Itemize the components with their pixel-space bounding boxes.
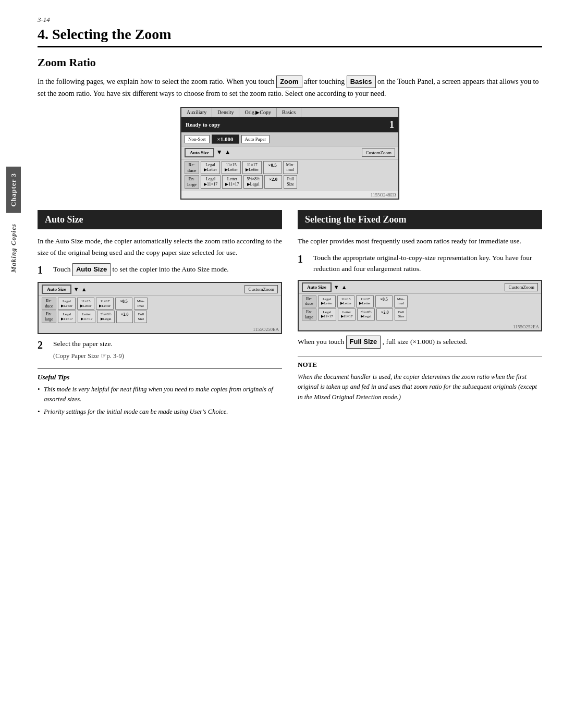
sp2-reduce-row: Re-duce Legal▶Letter 11×15▶Letter 11×17▶… [302, 295, 538, 307]
intro-paragraph: In the following pages, we explain how t… [38, 76, 542, 100]
panel-tab-auxiliary[interactable]: Auxiliary [181, 108, 212, 117]
sp2-down[interactable]: ▼ [334, 284, 339, 290]
reduce-legal-letter[interactable]: Legal▶Letter [201, 161, 220, 175]
enlarge-legal-11x17[interactable]: Legal▶11×17 [201, 175, 221, 189]
sp2-row2: Auto Size ▼ ▲ CustomZoom [299, 281, 541, 294]
sp1-legal-11x17[interactable]: Legal▶11×17 [58, 311, 76, 323]
enlarge-5half-legal[interactable]: 5½×8½▶Legal [243, 175, 263, 189]
sp1-5half-legal[interactable]: 5½×8½▶Legal [97, 311, 114, 323]
zoom-inline-button[interactable]: Zoom [276, 76, 302, 88]
reduce-minimal[interactable]: Min-imal [283, 161, 298, 175]
sp1-legal-letter[interactable]: Legal▶Letter [58, 298, 76, 310]
useful-tips-title: Useful Tips [38, 373, 282, 381]
panel-customzoom-btn[interactable]: CustomZoom [362, 149, 395, 157]
sp2-autosize[interactable]: Auto Size [302, 282, 332, 292]
intro-text-before: In the following pages, we explain how t… [38, 78, 275, 85]
reduce-x05[interactable]: ×0.5 [263, 161, 281, 175]
panel-autosize-btn[interactable]: Auto Size [185, 148, 214, 157]
panel-controls-row: Non-Sort ×1.000 Auto Paper [181, 132, 398, 146]
panel-tab-basics[interactable]: Basics [277, 108, 301, 117]
sp2-enlarge-row: En-large Legal▶11×17 Letter▶11×17 5½×8½▶… [302, 309, 538, 320]
sp1-x05[interactable]: ×0.5 [115, 298, 132, 310]
sp2-11x15-letter[interactable]: 11×15▶Letter [337, 295, 355, 307]
enlarge-row: En-large Legal▶11×17 Letter▶11×17 5½×8½▶… [185, 175, 395, 189]
main-panel-id: 1155O248EB [181, 191, 398, 199]
sidebar-chapter-label: Chapter 3 [6, 167, 21, 213]
full-size-btn[interactable]: Full Size [346, 336, 381, 349]
sp1-up[interactable]: ▲ [81, 286, 87, 292]
step2-content: Select the paper size. (Copy Paper Size … [53, 338, 124, 361]
sp1-customzoom[interactable]: CustomZoom [244, 285, 278, 293]
main-content: 3-14 4. Selecting the Zoom Zoom Ratio In… [27, 0, 563, 728]
full-size-suffix: , full size (×1.000) is selected. [383, 338, 468, 346]
sp2-minimal[interactable]: Min-imal [394, 295, 408, 307]
sp1-down[interactable]: ▼ [74, 286, 79, 292]
sp1-reduce-row: Re-duce Legal▶Letter 11×15▶Letter 11×17▶… [42, 298, 278, 310]
panel-nonsort-btn[interactable]: Non-Sort [185, 135, 210, 143]
panel-status-row: Ready to copy 1 [181, 117, 398, 132]
panel-tab-orig-copy[interactable]: Orig.▶Copy [239, 108, 277, 117]
auto-size-step1: 1 Touch Auto Size to set the copier into… [38, 263, 282, 277]
panel-row2: Auto Size ▼ ▲ CustomZoom [181, 146, 398, 159]
reduce-label: Re-duce [185, 161, 199, 175]
fz-step1-num: 1 [298, 252, 309, 266]
sp2-legal-letter[interactable]: Legal▶Letter [318, 295, 336, 307]
sp1-enlarge-row: En-large Legal▶11×17 Letter▶11×17 5½×8½▶… [42, 311, 278, 323]
step1-touch-text: Touch [53, 265, 72, 273]
panel-tab-row: Auxiliary Density Orig.▶Copy Basics [181, 108, 398, 117]
enlarge-label: En-large [185, 175, 199, 189]
small-panel2: Auto Size ▼ ▲ CustomZoom Re-duce Legal▶L… [298, 280, 542, 331]
sp2-up[interactable]: ▲ [341, 284, 347, 290]
fixed-zoom-step1: 1 Touch the appropriate original-to-copy… [298, 252, 542, 275]
sp1-letter-11x17[interactable]: Letter▶11×17 [78, 311, 96, 323]
panel-tab-density[interactable]: Density [212, 108, 239, 117]
tip-2: Priority settings for the initial mode c… [38, 407, 282, 417]
full-size-prefix: When you touch [298, 338, 346, 346]
sp1-11x17-letter[interactable]: 11×17▶Letter [96, 298, 114, 310]
sp1-11x15-letter[interactable]: 11×15▶Letter [77, 298, 95, 310]
small-panel1-container: Auto Size ▼ ▲ CustomZoom Re-duce Legal▶L… [38, 282, 282, 334]
tip-1: This mode is very helpful for neat filin… [38, 385, 282, 405]
enlarge-fullsize[interactable]: FullSize [284, 175, 297, 189]
sp2-legal-11x17[interactable]: Legal▶11×17 [318, 309, 336, 320]
reduce-11x15-letter[interactable]: 11×15▶Letter [222, 161, 241, 175]
panel-down-arrow[interactable]: ▼ [216, 149, 223, 156]
panel-autopaper-btn[interactable]: Auto Paper [241, 135, 270, 143]
step2-num: 2 [38, 338, 49, 352]
auto-size-inline-btn[interactable]: Auto Size [72, 263, 111, 276]
sp2-x05[interactable]: ×0.5 [375, 295, 393, 307]
sp2-customzoom[interactable]: CustomZoom [505, 283, 538, 291]
sp2-letter-11x17[interactable]: Letter▶11×17 [338, 309, 356, 320]
sp1-reduce-label: Re-duce [42, 298, 56, 310]
step1-num: 1 [38, 263, 49, 277]
sp1-autosize[interactable]: Auto Size [42, 285, 71, 294]
enlarge-x20[interactable]: ×2.0 [264, 175, 282, 189]
section-title: 4. Selecting the Zoom [38, 26, 542, 47]
sp1-x20[interactable]: ×2.0 [116, 311, 133, 323]
panel-size-rows: Re-duce Legal▶Letter 11×15▶Letter 11×17▶… [181, 159, 398, 191]
sp1-minimal[interactable]: Min-imal [134, 298, 148, 310]
page-number: 3-14 [38, 16, 542, 24]
sp2-x20[interactable]: ×2.0 [376, 309, 394, 320]
sp1-fullsize[interactable]: FullSize [134, 311, 147, 323]
note-title: NOTE [298, 361, 542, 369]
panel-zoom-btn[interactable]: ×1.000 [212, 134, 239, 144]
small-panel2-container: Auto Size ▼ ▲ CustomZoom Re-duce Legal▶L… [298, 280, 542, 331]
sp2-11x17-letter[interactable]: 11×17▶Letter [356, 295, 374, 307]
sp2-reduce-label: Re-duce [302, 295, 316, 307]
panel-up-arrow[interactable]: ▲ [225, 149, 231, 156]
sp2-size-rows: Re-duce Legal▶Letter 11×15▶Letter 11×17▶… [299, 294, 541, 323]
note-text: When the document handler is used, the c… [298, 372, 542, 402]
fixed-zoom-section: Selecting the Fixed Zoom The copier prov… [298, 210, 542, 419]
sp2-fullsize[interactable]: FullSize [395, 309, 407, 320]
intro-text-mid: after touching [304, 78, 345, 85]
basics-inline-button[interactable]: Basics [347, 76, 376, 88]
reduce-11x17-letter[interactable]: 11×17▶Letter [242, 161, 262, 175]
fz-step1-text: Touch the appropriate original-to-copy-s… [313, 252, 542, 275]
enlarge-letter-11x17[interactable]: Letter▶11×17 [222, 175, 242, 189]
sp1-enlarge-label: En-large [42, 311, 56, 323]
sp2-5half-legal[interactable]: 5½×8½▶Legal [357, 309, 374, 320]
step1-content: Touch Auto Size to set the copier into t… [53, 263, 282, 276]
auto-size-section: Auto Size In the Auto Size mode, the cop… [38, 210, 282, 419]
auto-size-body: In the Auto Size mode, the copier automa… [38, 236, 282, 258]
